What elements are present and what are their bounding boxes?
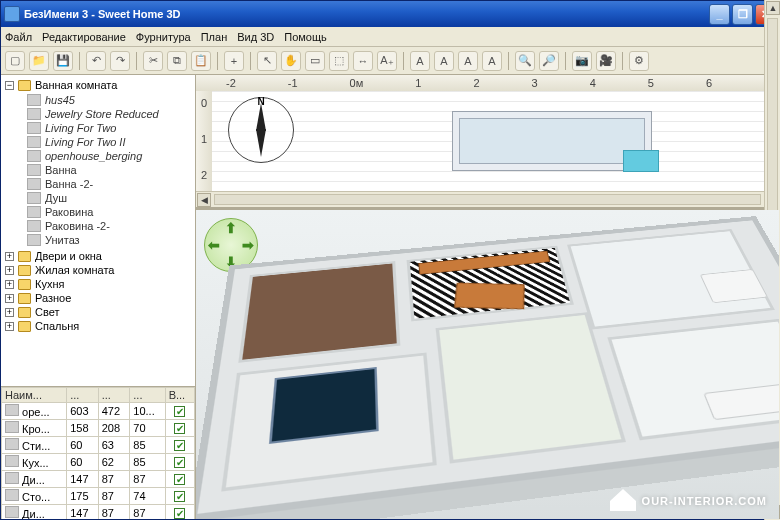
menu-view3d[interactable]: Вид 3D [237,31,274,43]
expand-icon[interactable]: + [5,266,14,275]
tree-item-label: Раковина [45,206,93,218]
tree-category-label: Спальня [35,320,79,332]
column-header[interactable]: ... [130,388,165,403]
floorplan-2d[interactable] [452,111,652,171]
model-3d[interactable] [196,216,779,519]
copy-icon[interactable]: ⧉ [167,51,187,71]
column-header[interactable]: Наим... [2,388,67,403]
plan-view[interactable]: -2-10м123456 012 ▲ ▼ ◀ [196,75,779,210]
tree-category[interactable]: +Спальня [5,319,191,333]
table-row[interactable]: Ди...1478787✔ [2,471,195,488]
video-icon[interactable]: 🎥 [596,51,616,71]
save-icon[interactable]: 💾 [53,51,73,71]
text-icon[interactable]: A₊ [377,51,397,71]
furniture-tree[interactable]: − Ванная комната hus45Jewelry Store Redu… [1,75,195,387]
text-increase-icon[interactable]: A [458,51,478,71]
app-icon [4,6,20,22]
add-furniture-icon[interactable]: + [224,51,244,71]
menu-furniture[interactable]: Фурнитура [136,31,191,43]
column-header[interactable]: В... [165,388,194,403]
expand-icon[interactable]: + [5,322,14,331]
left-panel: − Ванная комната hus45Jewelry Store Redu… [1,75,196,519]
tree-category-label: Кухня [35,278,64,290]
preferences-icon[interactable]: ⚙ [629,51,649,71]
tree-category[interactable]: +Свет [5,305,191,319]
furniture-icon [27,108,41,120]
undo-icon[interactable]: ↶ [86,51,106,71]
furniture-icon [27,206,41,218]
furniture-icon [27,192,41,204]
table-row[interactable]: оре...60347210...✔ [2,403,195,420]
tree-item[interactable]: hus45 [27,93,191,107]
redo-icon[interactable]: ↷ [110,51,130,71]
expand-icon[interactable]: + [5,308,14,317]
toolbar: ▢ 📁 💾 ↶ ↷ ✂ ⧉ 📋 + ↖ ✋ ▭ ⬚ ↔ A₊ A A A A 🔍… [1,47,779,75]
tree-category[interactable]: +Разное [5,291,191,305]
column-header[interactable]: ... [67,388,99,403]
tree-item[interactable]: openhouse_berging [27,149,191,163]
tree-item[interactable]: Jewelry Store Reduced [27,107,191,121]
select-icon[interactable]: ↖ [257,51,277,71]
tree-category[interactable]: +Кухня [5,277,191,291]
scroll-left-icon[interactable]: ◀ [197,193,211,207]
tree-item[interactable]: Living For Two II [27,135,191,149]
collapse-icon[interactable]: − [5,81,14,90]
tree-item-label: Living For Two [45,122,116,134]
menu-edit[interactable]: Редактирование [42,31,126,43]
paste-icon[interactable]: 📋 [191,51,211,71]
pan-icon[interactable]: ✋ [281,51,301,71]
scroll-up-icon[interactable]: ▲ [766,1,780,15]
folder-icon [18,293,31,304]
tree-item[interactable]: Унитаз [27,233,191,247]
tree-category[interactable]: +Двери и окна [5,249,191,263]
tree-item-label: Ванна [45,164,77,176]
tree-item[interactable]: Раковина [27,205,191,219]
text-decrease-icon[interactable]: A [482,51,502,71]
tree-category[interactable]: +Жилая комната [5,263,191,277]
tree-item[interactable]: Ванна -2- [27,177,191,191]
tree-item[interactable]: Душ [27,191,191,205]
zoom-in-icon[interactable]: 🔍 [515,51,535,71]
zoom-out-icon[interactable]: 🔎 [539,51,559,71]
menu-help[interactable]: Помощь [284,31,327,43]
expand-icon[interactable]: + [5,294,14,303]
minimize-button[interactable]: _ [709,4,730,25]
room-icon[interactable]: ⬚ [329,51,349,71]
plan-canvas[interactable] [212,91,779,191]
menu-plan[interactable]: План [201,31,228,43]
ruler-vertical: 012 [196,91,212,191]
checkbox-icon: ✔ [174,406,185,417]
furniture-icon [5,438,19,450]
tree-item[interactable]: Living For Two [27,121,191,135]
nav-up-icon[interactable]: ⬆ [225,220,237,236]
tree-item[interactable]: Раковина -2- [27,219,191,233]
menu-file[interactable]: Файл [5,31,32,43]
text-italic-icon[interactable]: A [434,51,454,71]
nav-right-icon[interactable]: ➡ [242,237,254,253]
expand-icon[interactable]: + [5,252,14,261]
tree-root[interactable]: − Ванная комната [5,79,191,91]
view-3d[interactable]: ⬆ ⬅➡ ⬇ OUR-INTERIOR.COM [196,210,779,519]
open-icon[interactable]: 📁 [29,51,49,71]
table-row[interactable]: Ди...1478787✔ [2,505,195,520]
column-header[interactable]: ... [98,388,130,403]
text-bold-icon[interactable]: A [410,51,430,71]
nav-left-icon[interactable]: ⬅ [208,237,220,253]
tree-item-label: Раковина -2- [45,220,110,232]
dimension-icon[interactable]: ↔ [353,51,373,71]
wall-icon[interactable]: ▭ [305,51,325,71]
maximize-button[interactable]: ❐ [732,4,753,25]
furniture-table[interactable]: Наим............В... оре...60347210...✔ … [1,387,195,519]
furniture-icon [27,94,41,106]
table-row[interactable]: Сто...1758774✔ [2,488,195,505]
plan-scrollbar-horizontal[interactable]: ◀ ▶ [196,191,779,207]
cut-icon[interactable]: ✂ [143,51,163,71]
new-icon[interactable]: ▢ [5,51,25,71]
table-row[interactable]: Кро...15820870✔ [2,420,195,437]
camera-icon[interactable]: 📷 [572,51,592,71]
compass-icon[interactable] [228,97,294,163]
table-row[interactable]: Кух...606285✔ [2,454,195,471]
expand-icon[interactable]: + [5,280,14,289]
table-row[interactable]: Сти...606385✔ [2,437,195,454]
tree-item[interactable]: Ванна [27,163,191,177]
